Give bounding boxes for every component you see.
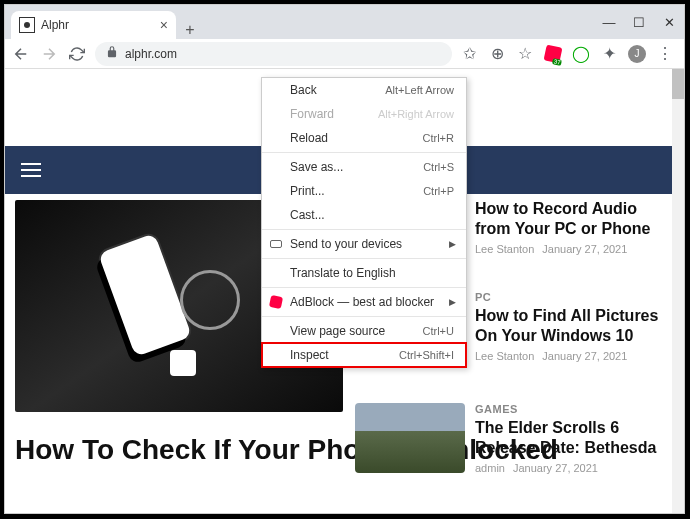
- scrollbar-track[interactable]: [672, 69, 684, 513]
- article-item[interactable]: GAMES The Elder Scrolls 6 Release Date: …: [475, 403, 670, 474]
- menu-dots-icon[interactable]: ⋮: [656, 45, 674, 63]
- article-date: January 27, 2021: [513, 462, 598, 474]
- chevron-right-icon: ▶: [449, 297, 456, 307]
- article-category: GAMES: [475, 403, 670, 415]
- ctx-translate[interactable]: Translate to English: [262, 261, 466, 285]
- ctx-save-as[interactable]: Save as...Ctrl+S: [262, 155, 466, 179]
- new-tab-button[interactable]: +: [176, 21, 204, 39]
- ctx-adblock[interactable]: AdBlock — best ad blocker▶: [262, 290, 466, 314]
- forward-button[interactable]: [39, 44, 59, 64]
- article-title: The Elder Scrolls 6 Release Date: Bethes…: [475, 418, 670, 458]
- article-item[interactable]: PC How to Find All Pictures On Your Wind…: [475, 291, 670, 362]
- favicon-icon: [19, 17, 35, 33]
- ctx-print[interactable]: Print...Ctrl+P: [262, 179, 466, 203]
- article-thumbnail[interactable]: [355, 403, 465, 473]
- url-text: alphr.com: [125, 47, 177, 61]
- ctx-view-source[interactable]: View page sourceCtrl+U: [262, 319, 466, 343]
- tab-close-icon[interactable]: ×: [160, 17, 168, 33]
- tab-title: Alphr: [41, 18, 69, 32]
- chevron-right-icon: ▶: [449, 239, 456, 249]
- minimize-button[interactable]: —: [594, 5, 624, 39]
- ctx-send-devices[interactable]: Send to your devices▶: [262, 232, 466, 256]
- hamburger-menu-icon[interactable]: [21, 163, 41, 177]
- article-date: January 27, 2021: [542, 243, 627, 255]
- article-title: How to Record Audio from Your PC or Phon…: [475, 199, 670, 239]
- reload-button[interactable]: [67, 44, 87, 64]
- zoom-icon[interactable]: ⊕: [488, 45, 506, 63]
- ctx-back[interactable]: BackAlt+Left Arrow: [262, 78, 466, 102]
- context-menu: BackAlt+Left Arrow ForwardAlt+Right Arro…: [261, 77, 467, 368]
- profile-avatar[interactable]: J: [628, 45, 646, 63]
- extension-icon[interactable]: ◯: [572, 45, 590, 63]
- devices-icon: [269, 237, 283, 251]
- adblock-ext-icon[interactable]: 37: [544, 45, 562, 63]
- back-button[interactable]: [11, 44, 31, 64]
- adblock-icon: [269, 295, 283, 309]
- article-item[interactable]: How to Record Audio from Your PC or Phon…: [475, 199, 670, 255]
- browser-titlebar: Alphr × + — ☐ ✕: [5, 5, 684, 39]
- ctx-inspect[interactable]: InspectCtrl+Shift+I: [262, 343, 466, 367]
- star-icon[interactable]: ✩: [460, 45, 478, 63]
- article-title: How to Find All Pictures On Your Windows…: [475, 306, 670, 346]
- address-bar[interactable]: alphr.com: [95, 42, 452, 66]
- bookmark-icon[interactable]: ☆: [516, 45, 534, 63]
- close-window-button[interactable]: ✕: [654, 5, 684, 39]
- extensions-puzzle-icon[interactable]: ✦: [600, 45, 618, 63]
- article-author: Lee Stanton: [475, 243, 534, 255]
- ctx-reload[interactable]: ReloadCtrl+R: [262, 126, 466, 150]
- ctx-forward: ForwardAlt+Right Arrow: [262, 102, 466, 126]
- scrollbar-thumb[interactable]: [672, 69, 684, 99]
- lock-icon: [105, 45, 119, 62]
- browser-tab[interactable]: Alphr ×: [11, 11, 176, 39]
- article-author: admin: [475, 462, 505, 474]
- browser-toolbar: alphr.com ✩ ⊕ ☆ 37 ◯ ✦ J ⋮: [5, 39, 684, 69]
- article-author: Lee Stanton: [475, 350, 534, 362]
- ctx-cast[interactable]: Cast...: [262, 203, 466, 227]
- article-category: PC: [475, 291, 670, 303]
- article-date: January 27, 2021: [542, 350, 627, 362]
- maximize-button[interactable]: ☐: [624, 5, 654, 39]
